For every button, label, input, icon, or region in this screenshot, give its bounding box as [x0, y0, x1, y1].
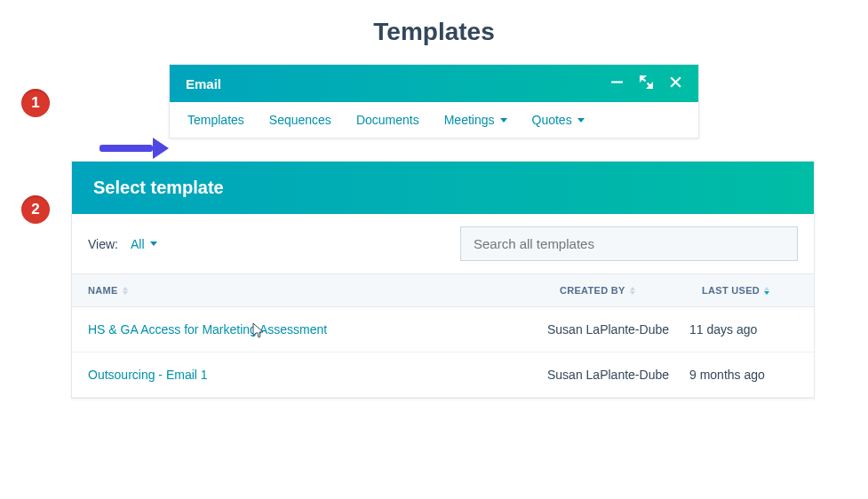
email-title: Email: [186, 76, 221, 91]
tab-documents[interactable]: Documents: [356, 113, 419, 127]
tab-meetings[interactable]: Meetings: [444, 113, 507, 127]
search-input[interactable]: [460, 226, 798, 261]
template-created-by: Susan LaPlante-Dube: [547, 321, 689, 337]
template-name[interactable]: Outsourcing - Email 1: [72, 368, 547, 382]
tab-templates[interactable]: Templates: [187, 113, 244, 127]
minimize-icon[interactable]: [610, 75, 624, 91]
sort-icon: [123, 287, 128, 295]
email-tabbar: Templates Sequences Documents Meetings Q…: [170, 102, 698, 138]
column-created-label: CREATED BY: [560, 285, 625, 296]
template-last-used: 11 days ago: [689, 322, 814, 337]
table-row[interactable]: Outsourcing - Email 1 Susan LaPlante-Dub…: [72, 352, 814, 398]
view-value: All: [131, 237, 145, 251]
table-row[interactable]: HS & GA Access for Marketing Assessment …: [72, 307, 814, 352]
tab-quotes-label: Quotes: [532, 113, 572, 127]
template-last-used: 9 months ago: [689, 368, 814, 382]
sort-icon: [630, 287, 635, 295]
sort-icon: [764, 287, 769, 295]
select-template-panel: Select template View: All NAME CREATED B…: [71, 161, 815, 399]
view-dropdown[interactable]: All: [131, 237, 157, 251]
email-window: Email Templates Sequences Documents Meet…: [169, 64, 699, 139]
column-name-label: NAME: [88, 285, 118, 296]
step-badge-1: 1: [21, 89, 50, 117]
chevron-down-icon: [150, 242, 157, 246]
template-name[interactable]: HS & GA Access for Marketing Assessment: [72, 322, 547, 337]
column-created-by[interactable]: CREATED BY: [547, 274, 689, 306]
column-last-used[interactable]: LAST USED: [689, 274, 814, 306]
arrow-annotation: [100, 138, 169, 159]
column-name[interactable]: NAME: [72, 274, 547, 306]
view-label: View:: [88, 237, 118, 251]
email-titlebar: Email: [170, 65, 698, 102]
chevron-down-icon: [577, 118, 585, 123]
column-used-label: LAST USED: [702, 285, 760, 296]
filter-row: View: All: [72, 214, 814, 273]
tab-quotes[interactable]: Quotes: [532, 113, 585, 127]
tab-sequences[interactable]: Sequences: [269, 113, 331, 127]
svg-rect-0: [611, 81, 623, 83]
template-created-by: Susan LaPlante-Dube: [547, 367, 689, 383]
chevron-down-icon: [500, 118, 507, 123]
tab-meetings-label: Meetings: [444, 113, 495, 127]
close-icon[interactable]: [669, 75, 682, 91]
expand-icon[interactable]: [640, 75, 653, 91]
select-template-title: Select template: [72, 162, 814, 214]
templates-table: NAME CREATED BY LAST USED HS & GA Access…: [72, 273, 814, 398]
table-header: NAME CREATED BY LAST USED: [72, 273, 814, 307]
page-title: Templates: [0, 18, 868, 46]
step-badge-2: 2: [21, 195, 50, 224]
